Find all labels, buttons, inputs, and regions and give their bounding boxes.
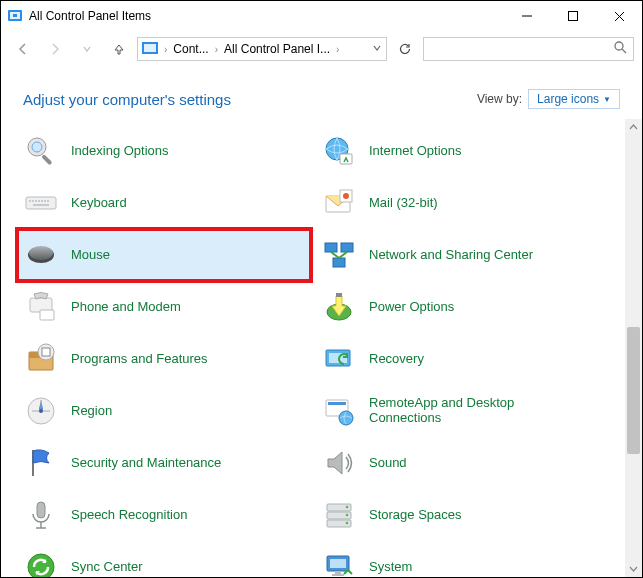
item-recovery[interactable]: Recovery [315, 333, 609, 385]
svg-point-27 [343, 193, 349, 199]
item-sync-center[interactable]: Sync Center [17, 541, 311, 577]
item-label: Security and Maintenance [71, 456, 221, 471]
item-indexing-options[interactable]: Indexing Options [17, 125, 311, 177]
svg-rect-46 [328, 402, 346, 405]
power-icon [321, 289, 357, 325]
microphone-icon [23, 497, 59, 533]
item-security-maintenance[interactable]: Security and Maintenance [17, 437, 311, 489]
control-panel-icon [7, 8, 23, 24]
phone-icon [23, 289, 59, 325]
item-mouse[interactable]: Mouse [17, 229, 311, 281]
svg-rect-40 [42, 348, 50, 356]
refresh-button[interactable] [391, 37, 419, 61]
item-internet-options[interactable]: Internet Options [315, 125, 609, 177]
item-label: Power Options [369, 300, 454, 315]
item-storage-spaces[interactable]: Storage Spaces [315, 489, 609, 541]
item-label: Network and Sharing Center [369, 248, 533, 263]
item-network-sharing[interactable]: Network and Sharing Center [315, 229, 609, 281]
content-area: Indexing Options Internet Options Keyboa… [1, 119, 642, 577]
chevron-right-icon: › [334, 44, 341, 55]
svg-rect-21 [41, 200, 43, 202]
svg-rect-31 [341, 243, 353, 252]
storage-icon [321, 497, 357, 533]
breadcrumb-b[interactable]: All Control Panel I... [224, 42, 330, 56]
search-input[interactable] [430, 41, 613, 57]
window-title: All Control Panel Items [29, 9, 504, 23]
view-by-selector[interactable]: Large icons ▼ [528, 89, 620, 109]
item-mail[interactable]: Mail (32-bit) [315, 177, 609, 229]
svg-point-56 [346, 514, 349, 517]
svg-rect-17 [29, 200, 31, 202]
item-label: Speech Recognition [71, 508, 187, 523]
svg-rect-62 [332, 574, 344, 576]
item-label: RemoteApp and Desktop Connections [369, 396, 539, 426]
svg-rect-16 [26, 197, 56, 209]
control-panel-window: All Control Panel Items › Cont... › All … [0, 0, 643, 578]
item-system[interactable]: System [315, 541, 609, 577]
search-icon [613, 40, 627, 58]
scroll-up-icon[interactable] [625, 119, 642, 136]
item-label: Region [71, 404, 112, 419]
titlebar: All Control Panel Items [1, 1, 642, 31]
region-icon [23, 393, 59, 429]
back-button[interactable] [9, 35, 37, 63]
item-remoteapp[interactable]: RemoteApp and Desktop Connections [315, 385, 609, 437]
svg-line-10 [622, 49, 626, 53]
items-grid: Indexing Options Internet Options Keyboa… [1, 119, 625, 577]
svg-point-9 [615, 42, 623, 50]
svg-point-57 [346, 522, 349, 525]
close-button[interactable] [596, 1, 642, 31]
vertical-scrollbar[interactable] [625, 119, 642, 577]
item-programs-features[interactable]: Programs and Features [17, 333, 311, 385]
svg-rect-34 [40, 310, 54, 320]
item-label: Mail (32-bit) [369, 196, 438, 211]
item-speech-recognition[interactable]: Speech Recognition [17, 489, 311, 541]
svg-rect-4 [569, 12, 578, 21]
svg-rect-24 [33, 204, 49, 206]
svg-point-44 [39, 409, 43, 413]
svg-rect-36 [336, 293, 342, 297]
mail-icon [321, 185, 357, 221]
svg-rect-30 [325, 243, 337, 252]
flag-icon [23, 445, 59, 481]
address-dropdown-icon[interactable] [372, 42, 382, 56]
item-keyboard[interactable]: Keyboard [17, 177, 311, 229]
maximize-button[interactable] [550, 1, 596, 31]
item-label: Sound [369, 456, 407, 471]
svg-rect-13 [41, 154, 52, 165]
item-label: Mouse [71, 248, 110, 263]
sync-icon [23, 549, 59, 577]
item-power-options[interactable]: Power Options [315, 281, 609, 333]
scroll-thumb[interactable] [627, 327, 640, 454]
item-phone-modem[interactable]: Phone and Modem [17, 281, 311, 333]
address-bar[interactable]: › Cont... › All Control Panel I... › [137, 37, 387, 61]
navbar: › Cont... › All Control Panel I... › [1, 31, 642, 67]
item-label: Programs and Features [71, 352, 208, 367]
scroll-down-icon[interactable] [625, 560, 642, 577]
system-icon [321, 549, 357, 577]
up-button[interactable] [105, 35, 133, 63]
minimize-button[interactable] [504, 1, 550, 31]
item-sound[interactable]: Sound [315, 437, 609, 489]
search-box[interactable] [423, 37, 634, 61]
breadcrumb-a[interactable]: Cont... [173, 42, 208, 56]
svg-rect-49 [37, 502, 45, 518]
item-label: Storage Spaces [369, 508, 462, 523]
item-label: Indexing Options [71, 144, 169, 159]
sound-icon [321, 445, 357, 481]
address-icon [142, 42, 158, 57]
view-by-value: Large icons [537, 92, 599, 106]
item-label: Sync Center [71, 560, 143, 575]
recent-dropdown[interactable] [73, 35, 101, 63]
content-header: Adjust your computer's settings View by:… [1, 67, 642, 119]
item-label: Recovery [369, 352, 424, 367]
svg-rect-32 [333, 258, 345, 267]
programs-icon [23, 341, 59, 377]
svg-rect-22 [44, 200, 46, 202]
item-label: System [369, 560, 412, 575]
scroll-track[interactable] [625, 136, 642, 560]
item-region[interactable]: Region [17, 385, 311, 437]
forward-button[interactable] [41, 35, 69, 63]
mouse-icon [23, 237, 59, 273]
indexing-icon [23, 133, 59, 169]
